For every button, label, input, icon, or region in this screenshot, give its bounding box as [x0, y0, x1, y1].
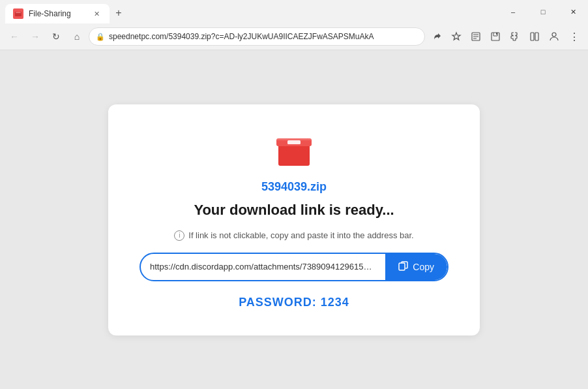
password-label: PASSWORD: 1234	[239, 296, 349, 309]
address-text: speednetpc.com/5394039.zip?c=AD-ly2JUKwU…	[109, 32, 418, 41]
share-icon	[432, 31, 442, 42]
new-tab-button[interactable]: +	[110, 4, 128, 22]
svg-rect-9	[531, 33, 534, 40]
back-icon: ←	[10, 31, 19, 42]
save-button[interactable]	[486, 27, 505, 46]
link-row: https://cdn.discordapp.com/attachments/7…	[140, 253, 448, 281]
tab-close-button[interactable]: ✕	[91, 8, 102, 19]
copy-button[interactable]: Copy	[385, 253, 447, 281]
split-view-button[interactable]	[525, 27, 544, 46]
bookmark-button[interactable]	[447, 27, 465, 46]
tab-favicon-icon	[13, 8, 23, 19]
reading-icon	[471, 31, 481, 42]
home-button[interactable]: ⌂	[68, 27, 86, 46]
nav-bar: ← → ↻ ⌂ 🔒 speednetpc.com/5394039.zip?c=A…	[0, 23, 588, 50]
svg-rect-1	[16, 10, 20, 12]
minimize-button[interactable]: –	[498, 0, 528, 23]
title-bar: File-Sharing ✕ + – □ ✕	[0, 0, 588, 23]
reload-button[interactable]: ↻	[47, 27, 65, 46]
address-bar[interactable]: 🔒 speednetpc.com/5394039.zip?c=AD-ly2JUK…	[89, 27, 425, 46]
close-button[interactable]: ✕	[558, 0, 588, 23]
browser-content: 5394039.zip Your download link is ready.…	[0, 50, 588, 389]
share-button[interactable]	[428, 27, 446, 46]
copy-icon	[398, 260, 409, 273]
maximize-button[interactable]: □	[528, 0, 558, 23]
svg-rect-2	[16, 12, 21, 13]
info-icon: i	[174, 230, 184, 241]
active-tab[interactable]: File-Sharing ✕	[5, 4, 110, 23]
headline: Your download link is ready...	[194, 202, 394, 219]
reload-icon: ↻	[52, 31, 60, 42]
profile-icon	[549, 31, 559, 42]
forward-icon: →	[31, 31, 40, 42]
download-card: 5394039.zip Your download link is ready.…	[108, 104, 480, 335]
menu-dots-icon: ⋮	[569, 31, 579, 43]
window-controls: – □ ✕	[498, 0, 588, 23]
info-row: i If link is not clickable, copy and pas…	[174, 230, 413, 241]
svg-rect-16	[399, 263, 405, 270]
home-icon: ⌂	[74, 31, 80, 42]
svg-rect-8	[496, 33, 497, 35]
download-link[interactable]: https://cdn.discordapp.com/attachments/7…	[141, 262, 385, 272]
svg-point-11	[552, 33, 556, 37]
tab-title: File-Sharing	[29, 9, 71, 18]
split-icon	[529, 31, 540, 42]
svg-rect-14	[287, 140, 301, 144]
star-icon	[451, 31, 462, 42]
svg-rect-7	[492, 33, 499, 40]
file-name: 5394039.zip	[261, 180, 327, 194]
reading-mode-button[interactable]	[467, 27, 485, 46]
extensions-icon	[510, 31, 520, 42]
info-text: If link is not clickable, copy and paste…	[188, 230, 413, 240]
svg-rect-15	[276, 138, 312, 140]
save-icon	[490, 31, 501, 42]
nav-right-icons: ⋮	[428, 27, 583, 46]
menu-button[interactable]: ⋮	[565, 27, 583, 46]
lock-icon: 🔒	[96, 33, 105, 41]
back-button[interactable]: ←	[5, 27, 23, 46]
svg-rect-12	[278, 144, 310, 166]
tab-strip: File-Sharing ✕ +	[0, 0, 128, 23]
copy-button-label: Copy	[413, 262, 434, 272]
profile-button[interactable]	[545, 27, 563, 46]
forward-button[interactable]: →	[26, 27, 44, 46]
app-icon	[273, 128, 315, 170]
extensions-button[interactable]	[506, 27, 524, 46]
svg-rect-10	[535, 33, 538, 40]
